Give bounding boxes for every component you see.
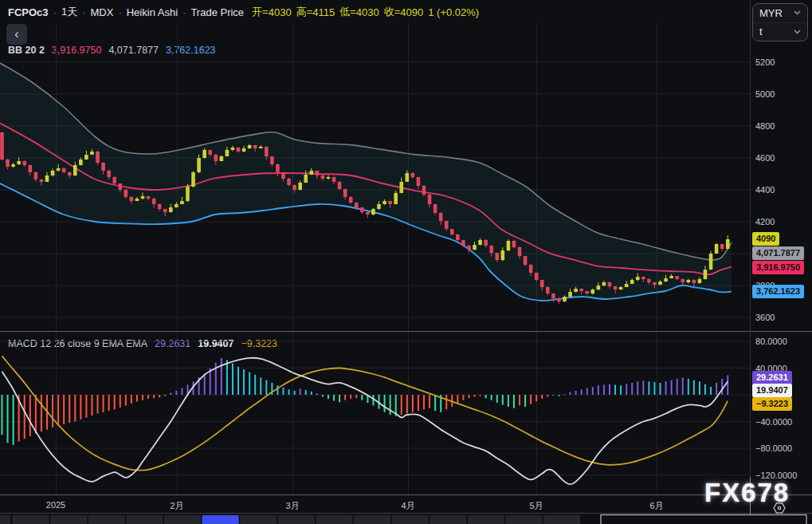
bb-lower-badge: 3,762.1623 [752,285,804,298]
macd-hist-badge: 29.2631 [752,371,792,384]
bb-basis-badge: 3,916.9750 [752,261,804,274]
chart-canvas[interactable] [0,0,812,524]
pane-divider[interactable] [0,327,812,336]
macd-signal-badge: −9.3223 [752,397,792,411]
macd-line-badge: 19.9407 [752,384,792,397]
gear-icon[interactable] [772,501,787,515]
last-price-badge: 4090 [752,232,779,246]
bottom-scrollbar [0,515,806,524]
bb-upper-badge: 4,071.7877 [752,246,804,260]
chart-window: FCPOc3 · 1天 · MDX · Heikin Ashi · Trade … [0,0,812,524]
